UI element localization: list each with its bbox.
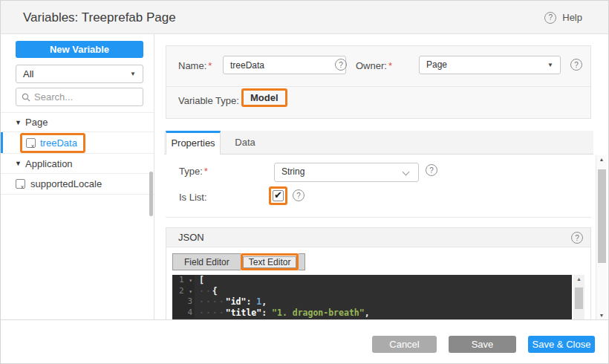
type-help-icon[interactable]: ? xyxy=(426,164,437,176)
selected-indicator xyxy=(1,132,3,153)
variable-type-label: Variable Type: xyxy=(178,95,239,106)
is-list-help-icon[interactable]: ? xyxy=(293,189,304,201)
annotation-highlight: ✔ xyxy=(269,186,287,205)
tree-item-label: supportedLocale xyxy=(30,178,102,189)
variable-summary-panel: Name:* ? Owner:* Page ▼ ? Variable Type:… xyxy=(166,45,591,119)
type-value: String xyxy=(281,163,304,181)
line-number[interactable]: 2 ▾ xyxy=(172,286,195,297)
search-box xyxy=(16,88,143,106)
variable-type-value: Model xyxy=(250,92,279,103)
help-label: Help xyxy=(562,12,582,23)
search-icon xyxy=(22,93,30,102)
divider xyxy=(166,217,591,218)
search-input[interactable] xyxy=(34,89,141,105)
required-asterisk: * xyxy=(204,166,208,177)
variable-filter-select[interactable]: All ▼ xyxy=(16,65,143,83)
code-line: 3····"id": 1, xyxy=(172,296,572,308)
line-number: 4 xyxy=(172,308,195,319)
sidebar-scrollbar-thumb[interactable] xyxy=(149,172,153,216)
annotation-highlight: x treeData xyxy=(20,133,85,153)
json-code-editor[interactable]: 1 ▾[2 ▾··{3····"id": 1,4····"title": "1.… xyxy=(172,275,572,319)
name-label: Name:* xyxy=(178,60,212,71)
caret-down-icon: ▼ xyxy=(15,119,25,126)
variables-dialog: Variables: Treeprefab Page ? Help New Va… xyxy=(0,0,609,364)
content-scrollbar[interactable]: ▲ ▼ xyxy=(596,155,607,319)
tab-properties[interactable]: Properties xyxy=(166,131,221,155)
line-number: 3 xyxy=(172,296,195,308)
tree-group-label: Application xyxy=(25,158,73,169)
owner-value: Page xyxy=(426,56,447,74)
new-variable-button[interactable]: New Variable xyxy=(16,41,143,58)
variable-icon: x xyxy=(26,138,36,148)
owner-select[interactable]: Page ▼ xyxy=(419,56,561,74)
tree-group-page[interactable]: ▼ Page xyxy=(1,112,154,132)
text-editor-button[interactable]: Text Editor xyxy=(243,256,297,268)
content-scrollbar-thumb[interactable] xyxy=(598,169,606,263)
tab-bar: Properties Data xyxy=(164,131,593,155)
editor-scrollbar[interactable]: ▲ xyxy=(573,275,584,319)
tree-group-label: Page xyxy=(25,117,48,128)
cancel-button[interactable]: Cancel xyxy=(372,336,437,353)
tree-item-label: treeData xyxy=(40,137,77,149)
is-list-checkbox[interactable]: ✔ xyxy=(273,190,284,201)
scroll-up-icon[interactable]: ▲ xyxy=(573,276,584,282)
code-line: 2 ▾··{ xyxy=(172,286,572,297)
line-number[interactable]: 1 ▾ xyxy=(172,275,195,286)
chevron-down-icon: ▼ xyxy=(130,65,136,82)
owner-label: Owner:* xyxy=(356,60,392,71)
chevron-down-icon xyxy=(403,169,410,176)
tree-item-supportedlocale[interactable]: x supportedLocale xyxy=(1,174,154,195)
properties-tab-content: Type:* String ? Is List: ✔ ? JSON ? Fiel… xyxy=(164,155,593,319)
fold-arrow-icon: ▾ xyxy=(189,277,192,284)
divider xyxy=(166,86,590,87)
required-asterisk: * xyxy=(388,60,392,71)
filter-value: All xyxy=(23,68,33,79)
required-asterisk: * xyxy=(208,60,212,71)
name-field[interactable] xyxy=(223,56,346,74)
tab-data[interactable]: Data xyxy=(221,131,270,155)
json-panel-title: JSON xyxy=(178,228,204,247)
tree-group-application[interactable]: ▼ Application xyxy=(1,154,154,174)
variable-icon: x xyxy=(16,179,25,189)
type-select[interactable]: String xyxy=(274,163,419,182)
help-button[interactable]: ? Help xyxy=(544,1,582,34)
save-button[interactable]: Save xyxy=(449,336,516,353)
type-label: Type:* xyxy=(179,166,208,177)
json-panel-header: JSON ? xyxy=(166,228,590,247)
editor-mode-toggle: Field Editor Text Editor xyxy=(172,253,305,270)
dialog-footer: Cancel Save Save & Close xyxy=(1,319,609,364)
json-help-icon[interactable]: ? xyxy=(571,232,583,244)
scroll-up-icon[interactable]: ▲ xyxy=(596,157,607,162)
toggle-end-cap xyxy=(299,253,305,270)
tree-item-treedata[interactable]: x treeData xyxy=(1,132,154,154)
name-help-icon[interactable]: ? xyxy=(335,59,347,71)
fold-arrow-icon: ▾ xyxy=(189,288,192,295)
is-list-label: Is List: xyxy=(179,192,207,203)
editor-scrollbar-thumb[interactable] xyxy=(575,287,583,309)
dialog-header: Variables: Treeprefab Page ? Help xyxy=(1,1,609,34)
page-title: Variables: Treeprefab Page xyxy=(23,1,176,34)
annotation-highlight: Model xyxy=(241,88,287,107)
code-line: 4····"title": "1. dragon-breath", xyxy=(172,308,572,319)
save-and-close-button[interactable]: Save & Close xyxy=(528,336,595,353)
owner-help-icon[interactable]: ? xyxy=(570,59,582,71)
help-icon: ? xyxy=(544,12,556,24)
chevron-down-icon: ▼ xyxy=(547,56,553,74)
field-editor-button[interactable]: Field Editor xyxy=(172,253,241,270)
code-line: 1 ▾[ xyxy=(172,275,572,286)
variables-tree: ▼ Page x treeData ▼ Application x suppor… xyxy=(1,112,154,195)
caret-down-icon: ▼ xyxy=(15,160,25,167)
json-panel: JSON ? Field Editor Text Editor 1 ▾[2 ▾·… xyxy=(166,227,591,319)
scroll-down-icon[interactable]: ▼ xyxy=(596,313,607,318)
annotation-highlight: Text Editor xyxy=(241,253,299,270)
variables-sidebar: New Variable All ▼ ▼ Page x treeData xyxy=(1,34,154,319)
checkmark-icon: ✔ xyxy=(274,189,282,201)
